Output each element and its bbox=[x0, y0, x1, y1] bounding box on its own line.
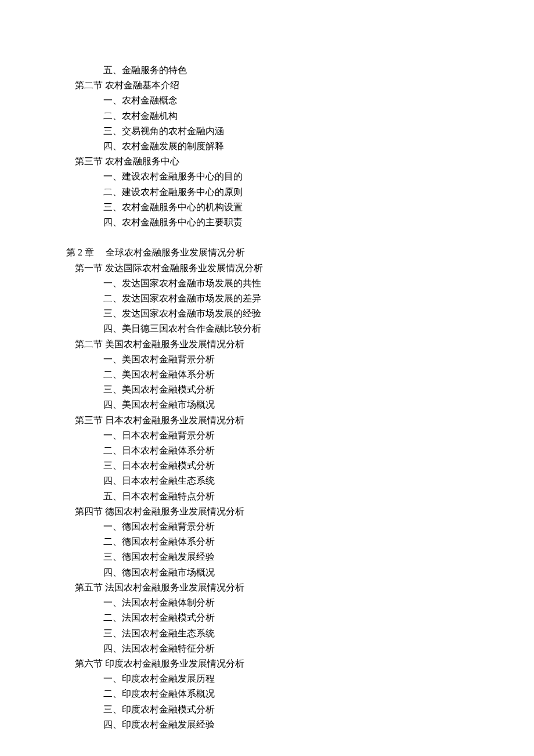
toc-entry-level-3: 一、美国农村金融背景分析 bbox=[75, 352, 534, 367]
toc-entry-level-3: 二、建设农村金融服务中心的原则 bbox=[75, 185, 534, 200]
toc-entry-level-3: 四、德国农村金融市场概况 bbox=[75, 565, 534, 580]
toc-entry-level-3: 一、日本农村金融背景分析 bbox=[75, 428, 534, 443]
toc-entry-level-3: 二、农村金融机构 bbox=[75, 109, 534, 124]
toc-entry-level-3: 一、建设农村金融服务中心的目的 bbox=[75, 169, 534, 184]
toc-entry-level-3: 三、发达国家农村金融市场发展的经验 bbox=[75, 306, 534, 321]
toc-entry-level-3: 一、德国农村金融背景分析 bbox=[75, 519, 534, 534]
toc-entry-level-3: 二、日本农村金融体系分析 bbox=[75, 443, 534, 458]
toc-entry-level-3: 三、农村金融服务中心的机构设置 bbox=[75, 200, 534, 215]
blank-line bbox=[75, 230, 534, 245]
toc-entry-level-3: 三、印度农村金融模式分析 bbox=[75, 702, 534, 717]
toc-entry-level-1: 第 2 章 全球农村金融服务业发展情况分析 bbox=[66, 245, 534, 260]
toc-entry-level-3: 三、美国农村金融模式分析 bbox=[75, 382, 534, 397]
toc-entry-level-3: 三、日本农村金融模式分析 bbox=[75, 458, 534, 473]
toc-entry-level-2: 第四节 德国农村金融服务业发展情况分析 bbox=[75, 504, 534, 519]
toc-entry-level-2: 第二节 农村金融基本介绍 bbox=[75, 78, 534, 93]
toc-entry-level-3: 一、农村金融概念 bbox=[75, 93, 534, 108]
toc-entry-level-3: 五、金融服务的特色 bbox=[75, 63, 534, 78]
toc-entry-level-2: 第三节 农村金融服务中心 bbox=[75, 154, 534, 169]
toc-entry-level-3: 一、法国农村金融体制分析 bbox=[75, 595, 534, 610]
toc-entry-level-2: 第三节 日本农村金融服务业发展情况分析 bbox=[75, 413, 534, 428]
toc-entry-level-3: 二、印度农村金融体系概况 bbox=[75, 686, 534, 701]
toc-entry-level-2: 第二节 美国农村金融服务业发展情况分析 bbox=[75, 337, 534, 352]
document-content: 五、金融服务的特色第二节 农村金融基本介绍一、农村金融概念二、农村金融机构三、交… bbox=[75, 63, 534, 732]
toc-entry-level-3: 四、印度农村金融发展经验 bbox=[75, 717, 534, 732]
toc-entry-level-3: 三、交易视角的农村金融内涵 bbox=[75, 124, 534, 139]
toc-entry-level-3: 三、德国农村金融发展经验 bbox=[75, 549, 534, 564]
toc-entry-level-3: 二、法国农村金融模式分析 bbox=[75, 610, 534, 625]
toc-entry-level-3: 四、农村金融发展的制度解释 bbox=[75, 139, 534, 154]
toc-entry-level-3: 四、法国农村金融特征分析 bbox=[75, 641, 534, 656]
toc-entry-level-2: 第一节 发达国际农村金融服务业发展情况分析 bbox=[75, 261, 534, 276]
toc-entry-level-3: 四、日本农村金融生态系统 bbox=[75, 473, 534, 488]
toc-entry-level-3: 四、农村金融服务中心的主要职责 bbox=[75, 215, 534, 230]
toc-entry-level-3: 二、美国农村金融体系分析 bbox=[75, 367, 534, 382]
toc-entry-level-3: 二、德国农村金融体系分析 bbox=[75, 534, 534, 549]
toc-entry-level-3: 四、美国农村金融市场概况 bbox=[75, 397, 534, 412]
toc-entry-level-3: 二、发达国家农村金融市场发展的差异 bbox=[75, 291, 534, 306]
toc-entry-level-3: 四、美日德三国农村合作金融比较分析 bbox=[75, 321, 534, 336]
toc-entry-level-3: 三、法国农村金融生态系统 bbox=[75, 626, 534, 641]
toc-entry-level-3: 一、发达国家农村金融市场发展的共性 bbox=[75, 276, 534, 291]
toc-entry-level-2: 第五节 法国农村金融服务业发展情况分析 bbox=[75, 580, 534, 595]
toc-entry-level-3: 一、印度农村金融发展历程 bbox=[75, 671, 534, 686]
toc-entry-level-2: 第六节 印度农村金融服务业发展情况分析 bbox=[75, 656, 534, 671]
toc-entry-level-3: 五、日本农村金融特点分析 bbox=[75, 489, 534, 504]
